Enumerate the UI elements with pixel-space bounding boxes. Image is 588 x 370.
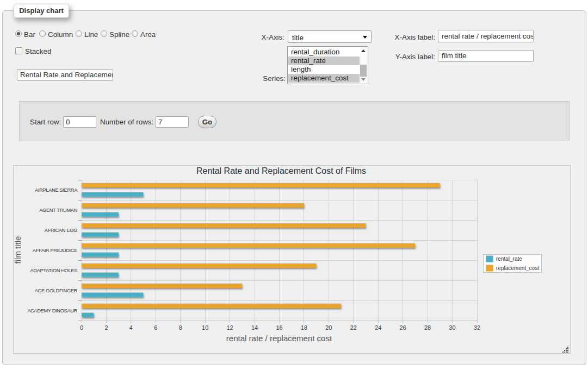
svg-text:10: 10 [202, 324, 208, 331]
svg-text:AGENT TRUMAN: AGENT TRUMAN [39, 208, 77, 213]
svg-text:8: 8 [179, 324, 182, 331]
svg-text:ACADEMY DINOSAUR: ACADEMY DINOSAUR [27, 308, 77, 313]
svg-text:ACE GOLDFINGER: ACE GOLDFINGER [35, 288, 78, 293]
svg-text:AFFAIR PREJUDICE: AFFAIR PREJUDICE [33, 248, 77, 253]
svg-text:18: 18 [301, 324, 307, 331]
svg-text:Rental Rate and Replacement Co: Rental Rate and Replacement Cost of Film… [196, 166, 366, 175]
svg-text:4: 4 [129, 324, 133, 331]
svg-text:2: 2 [104, 324, 108, 331]
svg-text:28: 28 [424, 324, 431, 331]
svg-text:6: 6 [154, 324, 157, 331]
svg-text:30: 30 [449, 324, 455, 331]
svg-text:22: 22 [350, 324, 357, 331]
svg-text:12: 12 [226, 324, 233, 331]
svg-text:AFRICAN EGG: AFRICAN EGG [45, 228, 77, 233]
svg-text:32: 32 [474, 324, 480, 331]
svg-text:rental_rate: rental_rate [496, 256, 522, 262]
svg-text:ADAPTATION HOLES: ADAPTATION HOLES [30, 268, 77, 273]
svg-text:0: 0 [80, 324, 83, 331]
svg-text:24: 24 [375, 324, 381, 331]
svg-text:rental rate / replacement cost: rental rate / replacement cost [226, 334, 332, 343]
svg-text:14: 14 [251, 324, 258, 331]
svg-text:AIRPLANE SIERRA: AIRPLANE SIERRA [35, 187, 78, 193]
svg-text:26: 26 [400, 324, 406, 331]
svg-text:replacement_cost: replacement_cost [496, 265, 539, 271]
svg-text:16: 16 [276, 324, 282, 331]
svg-text:20: 20 [325, 324, 332, 331]
svg-text:film title: film title [13, 236, 22, 264]
